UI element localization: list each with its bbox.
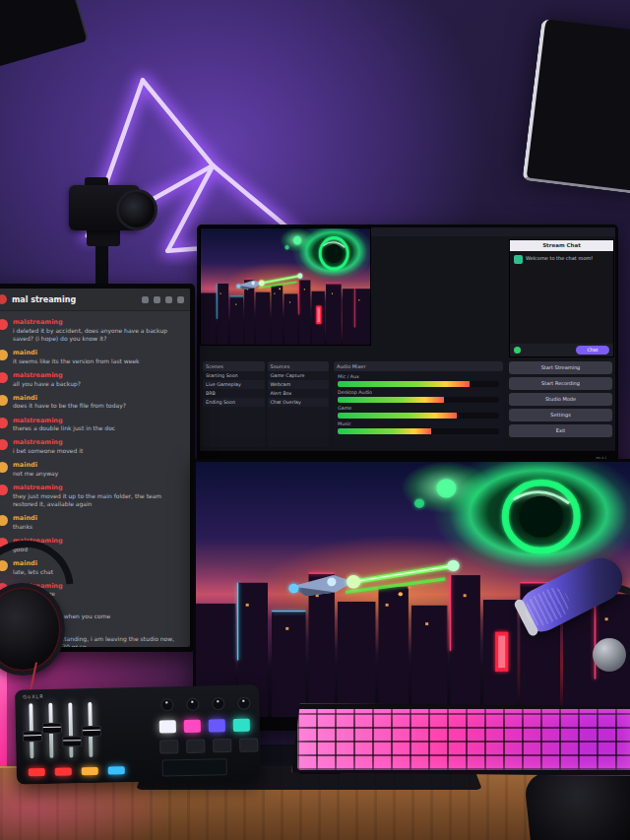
scene-item: Ending Soon [203,398,265,407]
avatar [0,439,8,450]
avatar [0,350,8,360]
source-item: Chat Overlay [268,398,330,407]
mute-button [55,767,72,775]
audio-meter [338,428,499,434]
chat-message-body: malstreaming all you have a backup? [13,371,81,388]
avatar [0,462,8,473]
mixer-pads [159,719,250,734]
voice-call-icon [142,296,149,303]
pin-icon [165,296,172,303]
bot-avatar [514,255,523,264]
chat-username: maindi [13,394,126,403]
mixer-pad [159,740,178,753]
streaming-app: File Edit View Docks Profile Tools Help … [200,227,615,451]
members-icon [177,296,184,303]
audio-track-name: Mic / Aux [338,373,499,380]
chat-message-body: maindi does it have to be the file from … [13,394,126,411]
chat-username: malstreaming [13,318,184,327]
avatar [0,485,8,495]
chat-send-button: Chat [576,346,609,355]
mixer-brand-logo: GoXLR [23,693,44,699]
chat-text: does it have to be the file from today? [13,402,126,410]
mixer-pad [186,740,205,753]
audio-track: Desktop Audio [334,387,503,403]
chat-header-avatar [0,294,7,304]
chat-message-body: maindi not me anyway [13,461,58,478]
avatar [0,319,8,330]
obs-control-button: Start Streaming [509,361,612,374]
mixer-pad [184,720,201,733]
chat-message: malstreaming all you have a backup? [0,368,190,391]
mute-buttons [29,766,125,776]
obs-control-button: Start Recording [509,377,612,390]
chat-message-body: maindi it seems like its the version fro… [13,349,140,365]
audio-mixer-header: Audio Mixer [334,361,503,371]
mixer-knob [237,697,250,710]
video-call-icon [154,296,160,303]
chat-username: malstreaming [13,371,81,380]
fader-knob [23,731,42,742]
chat-message: malstreaming i bet someone moved it [0,435,190,458]
mic-arm-clamp [593,638,626,672]
chat-message: maindi does it have to be the file from … [0,391,190,414]
source-item: Alert Box [268,389,330,398]
keyboard-keys [297,709,630,770]
obs-control-button: Exit [509,424,612,437]
stream-chat-title: Stream Chat [510,240,613,251]
camera-lens [116,189,158,230]
chat-header: mal streaming [0,289,190,311]
emote-icon [514,347,521,354]
scenes-panel: Scenes Starting SoonLive GameplayBRBEndi… [203,361,265,447]
scene-source-panels: Scenes Starting SoonLive GameplayBRBEndi… [203,361,329,447]
audio-track-name: Desktop Audio [338,389,499,396]
scenes-header: Scenes [203,361,265,371]
streaming-desk-photo: File Edit View Docks Profile Tools Help … [0,0,630,840]
chat-message-body: malstreaming theres a double link just i… [13,417,115,433]
fader [88,702,93,757]
mute-button [29,768,45,776]
scene-item: Live Gameplay [203,380,265,389]
obs-controls-panel: Start StreamingStart RecordingStudio Mod… [509,361,612,447]
stream-chat-welcome: Welcome to the chat room! [526,255,593,262]
mixer-pads-secondary [159,738,258,753]
chat-text: thanks [13,523,37,531]
chat-message-body: maindi thanks [13,514,37,531]
chat-text: theres a double link just in the doc [13,424,115,432]
sources-header: Sources [268,361,330,371]
chat-username: malstreaming [13,484,184,492]
chat-text: i bet someone moved it [13,447,83,455]
chat-text: all you have a backup? [13,380,81,388]
stream-chat-panel: Stream Chat Welcome to the chat room! Ch… [509,239,614,357]
mixer-knob [212,697,224,710]
fader-knob [82,726,101,737]
mixer-knobs [160,697,250,712]
game-preview-art [201,228,370,345]
chat-message: malstreaming theres a double link just i… [0,414,190,436]
scene-item: BRB [203,389,265,398]
chat-message-body: malstreaming they just moved it up to th… [13,484,184,508]
chat-text: i deleted it by accident, does anyone ha… [13,327,184,343]
chat-message: maindi it seems like its the version fro… [0,346,190,368]
mute-button [82,767,98,775]
mixer-pad [213,739,231,752]
chat-text: they just moved it up to the main folder… [13,492,184,508]
softbox-light [522,19,630,195]
avatar [0,418,8,428]
chat-username: maindi [13,461,58,470]
audio-track-name: Game [338,405,499,412]
streaming-software-monitor: File Edit View Docks Profile Tools Help … [197,225,618,463]
chat-username: malstreaming [13,417,115,425]
audio-meter-fill [338,428,431,434]
audio-track: Game [334,403,503,419]
stream-chat-message: Welcome to the chat room! [510,251,613,268]
mute-button [108,766,125,774]
chat-title: mal streaming [12,295,137,304]
audio-mixer-device: GoXLR [15,684,261,784]
audio-track-list: Mic / Aux Desktop Audio [334,371,503,434]
audio-mixer-panel: Audio Mixer Mic / Aux Desktop Audio [334,361,503,447]
chat-username: maindi [13,349,140,357]
mixer-display [162,758,227,776]
rgb-keyboard [291,703,630,776]
chat-message: malstreaming i deleted it by accident, d… [0,315,190,346]
fader-knob [62,736,82,746]
